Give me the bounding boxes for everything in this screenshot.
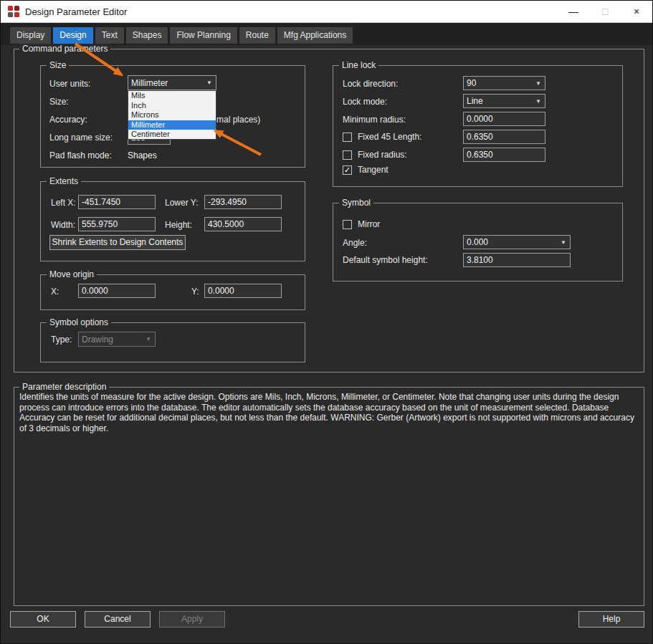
check-icon: ✓ <box>343 166 351 174</box>
user-units-dropdown[interactable]: Millimeter ▼ <box>128 75 216 90</box>
menu-item-centimeter[interactable]: Centimeter <box>128 130 216 140</box>
size-group-title: Size <box>47 60 69 70</box>
tangent-label: Tangent <box>358 165 389 175</box>
tabstrip: Display Design Text Shapes Flow Planning… <box>10 27 353 44</box>
chevron-down-icon: ▼ <box>535 98 541 105</box>
lock-mode-value: Line <box>467 96 483 106</box>
mirror-label: Mirror <box>358 219 380 229</box>
chevron-down-icon: ▼ <box>561 239 566 246</box>
user-units-menu: Mils Inch Microns Millimeter Centimeter <box>128 90 216 140</box>
cancel-button[interactable]: Cancel <box>85 611 151 628</box>
left-x-label: Left X: <box>51 198 76 208</box>
symbol-type-value: Drawing <box>82 335 113 345</box>
extents-title: Extents <box>47 176 81 186</box>
chevron-down-icon: ▼ <box>146 336 151 342</box>
chevron-down-icon: ▼ <box>206 80 212 86</box>
ok-button[interactable]: OK <box>10 611 76 628</box>
tab-shapes[interactable]: Shapes <box>126 27 168 44</box>
help-button[interactable]: Help <box>578 611 644 628</box>
height-field[interactable] <box>204 217 282 231</box>
lock-direction-dropdown[interactable]: 90 ▼ <box>463 76 545 90</box>
design-parameter-editor-window: Design Parameter Editor — □ × Display De… <box>0 0 653 644</box>
move-origin-y-label: Y: <box>191 287 199 297</box>
parameter-description-title: Parameter description <box>19 382 109 392</box>
move-origin-x-label: X: <box>51 287 59 297</box>
width-label: Width: <box>51 220 75 230</box>
shrink-extents-button[interactable]: Shrink Extents to Design Contents <box>49 235 186 250</box>
default-symbol-height-label: Default symbol height: <box>343 255 428 265</box>
angle-value: 0.000 <box>467 237 488 247</box>
menu-item-microns[interactable]: Microns <box>128 110 216 120</box>
lock-mode-label: Lock mode: <box>343 97 387 107</box>
tab-route[interactable]: Route <box>239 27 275 44</box>
tab-text[interactable]: Text <box>95 27 124 44</box>
parameter-description-text: Identifies the units of measure for the … <box>19 392 639 434</box>
symbol-type-label: Type: <box>51 335 72 345</box>
close-button[interactable]: × <box>621 1 652 23</box>
fixed-45-length-checkbox[interactable] <box>343 133 352 142</box>
window-controls: — □ × <box>558 1 652 23</box>
fixed-radius-field[interactable] <box>463 148 545 162</box>
minimize-button[interactable]: — <box>558 1 589 23</box>
minimum-radius-label: Minimum radius: <box>343 115 406 125</box>
lock-direction-label: Lock direction: <box>343 79 398 89</box>
pad-flash-mode-value: Shapes <box>128 150 157 160</box>
menu-item-inch[interactable]: Inch <box>128 101 216 111</box>
tab-flow-planning[interactable]: Flow Planning <box>170 27 237 44</box>
move-origin-title: Move origin <box>47 269 97 279</box>
pad-flash-mode-label: Pad flash mode: <box>49 150 112 160</box>
minimum-radius-field[interactable] <box>463 112 545 126</box>
command-parameters-title: Command parameters <box>19 44 110 54</box>
default-symbol-height-field[interactable] <box>463 253 571 267</box>
long-name-size-label: Long name size: <box>49 133 113 143</box>
menu-item-millimeter[interactable]: Millimeter <box>128 120 216 130</box>
maximize-button[interactable]: □ <box>589 1 621 23</box>
angle-dropdown[interactable]: 0.000 ▼ <box>463 235 571 249</box>
user-units-label: User units: <box>49 79 90 89</box>
fixed-radius-checkbox[interactable] <box>343 150 352 160</box>
move-origin-x-field[interactable] <box>78 284 156 298</box>
tab-display[interactable]: Display <box>10 27 51 44</box>
window-title: Design Parameter Editor <box>25 1 127 23</box>
app-icon <box>8 6 20 18</box>
fixed-45-length-label: Fixed 45 Length: <box>358 132 421 142</box>
height-label: Height: <box>165 220 192 230</box>
symbol-type-dropdown[interactable]: Drawing ▼ <box>78 332 156 347</box>
symbol-options-title: Symbol options <box>47 317 111 327</box>
accuracy-label: Accuracy: <box>49 115 87 125</box>
tangent-checkbox[interactable]: ✓ <box>343 165 352 175</box>
lower-y-field[interactable] <box>204 195 282 209</box>
size-label: Size: <box>49 97 69 107</box>
tab-mfg-applications[interactable]: Mfg Applications <box>277 27 353 44</box>
fixed-45-length-field[interactable] <box>463 130 545 144</box>
lower-y-label: Lower Y: <box>165 198 198 208</box>
menu-item-mils[interactable]: Mils <box>128 91 216 101</box>
lock-mode-dropdown[interactable]: Line ▼ <box>463 94 545 108</box>
lock-direction-value: 90 <box>467 78 476 88</box>
mirror-checkbox[interactable] <box>343 220 352 229</box>
chevron-down-icon: ▼ <box>535 80 541 87</box>
symbol-title: Symbol <box>339 198 373 208</box>
apply-button[interactable]: Apply <box>159 611 225 628</box>
fixed-radius-label: Fixed radius: <box>358 150 407 160</box>
left-x-field[interactable] <box>78 195 156 209</box>
tab-design[interactable]: Design <box>53 27 92 44</box>
width-field[interactable] <box>78 217 156 231</box>
titlebar: Design Parameter Editor — □ × <box>1 1 652 23</box>
user-units-value: Millimeter <box>131 78 168 88</box>
line-lock-title: Line lock <box>339 60 378 70</box>
move-origin-y-field[interactable] <box>204 284 282 298</box>
angle-label: Angle: <box>343 238 367 248</box>
